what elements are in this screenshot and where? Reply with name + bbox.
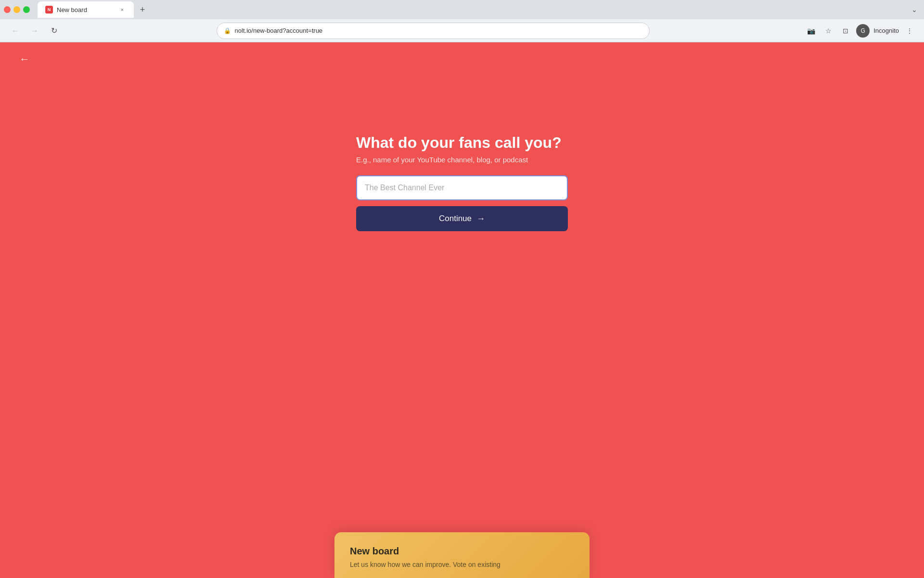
address-bar[interactable]: 🔒 nolt.io/new-board?account=true bbox=[217, 23, 650, 39]
continue-arrow-icon: → bbox=[476, 214, 485, 224]
split-view-icon[interactable]: ⊡ bbox=[839, 24, 852, 38]
profile-avatar[interactable]: G bbox=[856, 24, 870, 38]
preview-card: New board Let us know how we can improve… bbox=[334, 532, 590, 578]
incognito-label: Incognito bbox=[873, 27, 899, 34]
forward-button[interactable]: → bbox=[27, 23, 42, 39]
traffic-light-red[interactable] bbox=[4, 6, 11, 13]
card-description: Let us know how we can improve. Vote on … bbox=[350, 561, 574, 568]
star-icon[interactable]: ☆ bbox=[821, 24, 835, 38]
continue-button-label: Continue bbox=[439, 214, 472, 223]
page-back-button[interactable]: ← bbox=[19, 53, 30, 66]
continue-button[interactable]: Continue → bbox=[356, 206, 568, 231]
tab-favicon: N bbox=[45, 6, 53, 13]
card-title: New board bbox=[350, 546, 574, 557]
traffic-light-yellow[interactable] bbox=[13, 6, 20, 13]
form-container: What do your fans call you? E.g., name o… bbox=[356, 134, 568, 231]
form-subtext: E.g., name of your YouTube channel, blog… bbox=[356, 156, 528, 164]
traffic-lights bbox=[4, 6, 30, 13]
address-text: nolt.io/new-board?account=true bbox=[235, 27, 642, 34]
tab-bar-right: ⌄ bbox=[909, 4, 920, 15]
form-heading: What do your fans call you? bbox=[356, 134, 562, 152]
tab-bar: N New board × + ⌄ bbox=[0, 0, 924, 19]
active-tab[interactable]: N New board × bbox=[38, 1, 134, 18]
reload-button[interactable]: ↻ bbox=[46, 23, 62, 39]
camera-icon[interactable]: 📷 bbox=[804, 24, 818, 38]
new-tab-button[interactable]: + bbox=[136, 3, 149, 16]
toolbar-right: 📷 ☆ ⊡ G Incognito ⋮ bbox=[804, 24, 916, 38]
page-content: ← What do your fans call you? E.g., name… bbox=[0, 42, 924, 578]
traffic-light-green[interactable] bbox=[23, 6, 30, 13]
tab-bar-expand[interactable]: ⌄ bbox=[909, 4, 920, 15]
menu-button[interactable]: ⋮ bbox=[903, 24, 916, 38]
tab-close-button[interactable]: × bbox=[118, 6, 126, 13]
toolbar: ← → ↻ 🔒 nolt.io/new-board?account=true 📷… bbox=[0, 19, 924, 42]
lock-icon: 🔒 bbox=[224, 27, 231, 34]
tab-title: New board bbox=[57, 6, 115, 13]
back-button[interactable]: ← bbox=[8, 23, 23, 39]
channel-name-input[interactable] bbox=[356, 175, 568, 200]
browser-chrome: N New board × + ⌄ ← → ↻ 🔒 nolt.io/new-bo… bbox=[0, 0, 924, 42]
